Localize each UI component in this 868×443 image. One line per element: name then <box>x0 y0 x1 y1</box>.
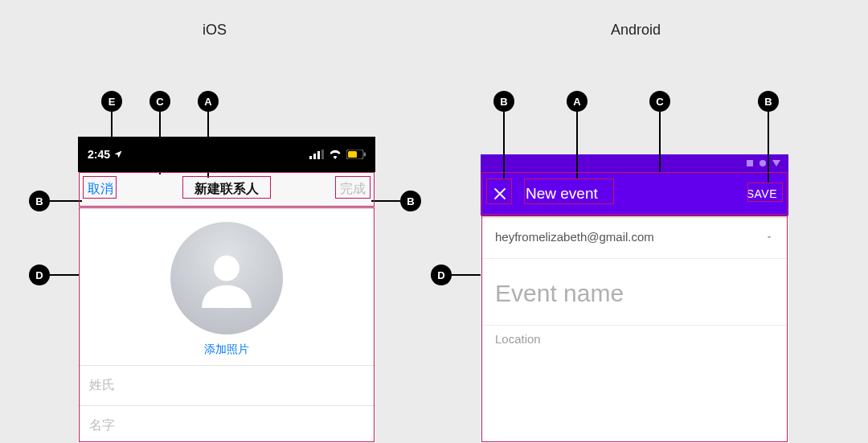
location-arrow-icon <box>113 150 123 159</box>
ios-content-area: 添加照片 姓氏 名字 <box>78 207 375 443</box>
callout-badge-B: B <box>493 91 514 112</box>
platform-label-android: Android <box>611 22 661 39</box>
svg-rect-1 <box>313 154 316 159</box>
svg-rect-2 <box>317 151 320 159</box>
callout-line <box>159 112 161 174</box>
svg-point-7 <box>214 256 240 281</box>
account-dropdown[interactable]: heyfromelizabeth@gmail.com <box>481 215 788 259</box>
callout-badge-A: A <box>567 91 588 112</box>
status-circle-icon <box>760 160 766 166</box>
account-email: heyfromelizabeth@gmail.com <box>495 230 654 244</box>
wifi-icon <box>329 150 342 159</box>
callout-badge-A: A <box>198 91 219 112</box>
close-button[interactable] <box>492 186 508 202</box>
callout-badge-D: D <box>29 265 50 285</box>
svg-rect-0 <box>309 156 312 159</box>
status-triangle-icon <box>772 160 780 166</box>
svg-rect-6 <box>364 153 366 157</box>
add-photo-button[interactable]: 添加照片 <box>204 343 249 357</box>
callout-line <box>50 274 79 276</box>
callout-line <box>768 112 769 183</box>
person-icon <box>191 243 262 314</box>
android-app-bar: New event SAVE <box>481 172 788 215</box>
done-button[interactable]: 完成 <box>340 181 366 198</box>
callout-line <box>452 274 481 276</box>
callout-line <box>50 200 82 202</box>
save-button[interactable]: SAVE <box>747 187 777 200</box>
appbar-title: New event <box>526 185 729 203</box>
callout-badge-C: C <box>649 91 670 112</box>
status-square-icon <box>747 160 753 166</box>
svg-rect-3 <box>321 150 324 159</box>
callout-badge-B: B <box>400 191 421 211</box>
callout-line <box>371 200 400 202</box>
ios-status-time: 2:45 <box>88 148 110 161</box>
callout-badge-B: B <box>758 91 779 112</box>
contact-avatar-placeholder[interactable] <box>170 222 283 334</box>
android-phone-frame: New event SAVE heyfromelizabeth@gmail.co… <box>481 154 788 443</box>
close-icon <box>493 187 507 201</box>
location-field[interactable]: Location <box>481 325 788 354</box>
event-name-field[interactable]: Event name <box>481 259 788 325</box>
callout-line <box>207 112 209 178</box>
nav-title: 新建联系人 <box>194 181 259 198</box>
callout-line <box>111 112 113 147</box>
callout-line <box>503 112 505 179</box>
ios-phone-frame: 2:45 取消 新建联系人 完成 添 <box>78 137 375 443</box>
chevron-down-icon <box>764 232 774 242</box>
callout-badge-E: E <box>101 91 122 112</box>
android-status-bar <box>481 154 788 172</box>
cancel-button[interactable]: 取消 <box>88 181 113 198</box>
platform-label-ios: iOS <box>203 22 227 39</box>
ios-status-bar: 2:45 <box>78 137 375 172</box>
callout-badge-D: D <box>431 265 452 285</box>
cellular-icon <box>309 150 324 159</box>
callout-line <box>576 112 578 179</box>
ios-nav-bar: 取消 新建联系人 完成 <box>78 172 375 207</box>
android-content-area: heyfromelizabeth@gmail.com Event name Lo… <box>481 215 788 354</box>
surname-field[interactable]: 姓氏 <box>78 365 375 405</box>
callout-badge-B: B <box>29 191 50 211</box>
name-field[interactable]: 名字 <box>78 405 375 443</box>
svg-rect-5 <box>348 151 357 158</box>
callout-line <box>659 112 661 173</box>
callout-badge-C: C <box>149 91 170 112</box>
battery-icon <box>346 150 366 159</box>
